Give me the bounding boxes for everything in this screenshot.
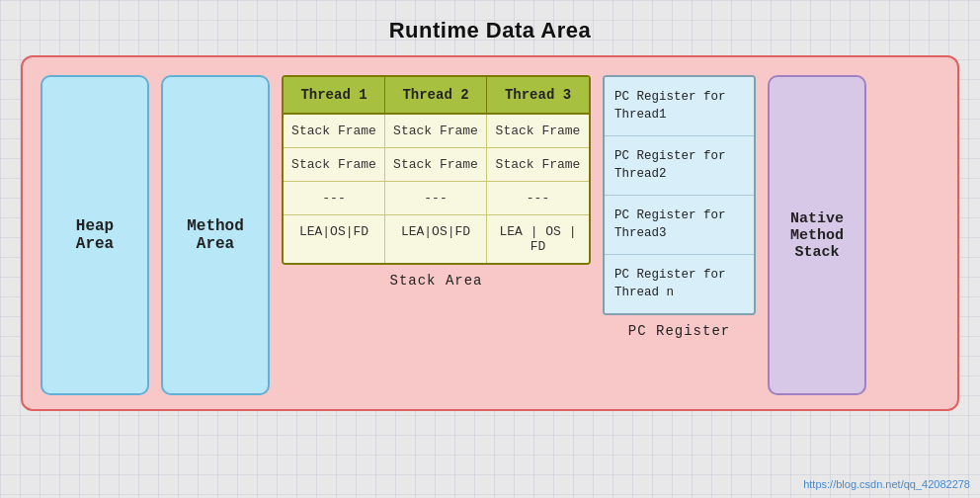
native-method-stack: NativeMethodStack <box>768 75 866 395</box>
stack-row-0: Stack Frame Stack Frame Stack Frame <box>284 115 589 148</box>
native-label: NativeMethodStack <box>790 210 844 261</box>
pc-row-0: PC Register for Thread1 <box>605 77 754 136</box>
stack-cell-1-2: Stack Frame <box>487 148 589 181</box>
stack-table-container: Thread 1 Thread 2 Thread 3 Stack Frame S… <box>282 75 591 265</box>
pc-row-2: PC Register for Thread3 <box>605 196 754 255</box>
stack-cell-1-1: Stack Frame <box>385 148 487 181</box>
stack-header-row: Thread 1 Thread 2 Thread 3 <box>284 77 589 115</box>
method-area: MethodArea <box>161 75 270 395</box>
stack-row-2: --- --- --- <box>284 182 589 215</box>
stack-area-label: Stack Area <box>389 273 482 289</box>
stack-cell-1-0: Stack Frame <box>284 148 385 181</box>
heap-label: HeapArea <box>76 217 114 253</box>
stack-cell-2-1: --- <box>385 182 487 214</box>
stack-cell-0-2: Stack Frame <box>487 115 589 147</box>
stack-cell-3-2: LEA | OS | FD <box>487 215 589 263</box>
stack-header-thread1: Thread 1 <box>284 77 385 113</box>
stack-cell-3-0: LEA|OS|FD <box>284 215 385 263</box>
stack-header-thread2: Thread 2 <box>385 77 487 113</box>
stack-area-wrapper: Thread 1 Thread 2 Thread 3 Stack Frame S… <box>282 75 591 395</box>
method-label: MethodArea <box>187 217 244 253</box>
outer-container: HeapArea MethodArea Thread 1 Thread 2 Th… <box>21 55 959 411</box>
stack-header-thread3: Thread 3 <box>487 77 589 113</box>
pc-table-container: PC Register for Thread1 PC Register for … <box>603 75 756 315</box>
stack-row-3: LEA|OS|FD LEA|OS|FD LEA | OS | FD <box>284 215 589 263</box>
stack-cell-0-0: Stack Frame <box>284 115 385 147</box>
stack-cell-2-0: --- <box>284 182 385 214</box>
watermark: https://blog.csdn.net/qq_42082278 <box>803 478 970 490</box>
stack-row-1: Stack Frame Stack Frame Stack Frame <box>284 148 589 182</box>
page-title: Runtime Data Area <box>389 18 592 43</box>
pc-area-wrapper: PC Register for Thread1 PC Register for … <box>603 75 756 395</box>
heap-area: HeapArea <box>41 75 149 395</box>
stack-cell-2-2: --- <box>487 182 589 214</box>
pc-row-1: PC Register for Thread2 <box>605 136 754 196</box>
stack-cell-3-1: LEA|OS|FD <box>385 215 487 263</box>
stack-cell-0-1: Stack Frame <box>385 115 487 147</box>
pc-row-3: PC Register for Thread n <box>605 255 754 313</box>
pc-area-label: PC Register <box>628 323 730 339</box>
